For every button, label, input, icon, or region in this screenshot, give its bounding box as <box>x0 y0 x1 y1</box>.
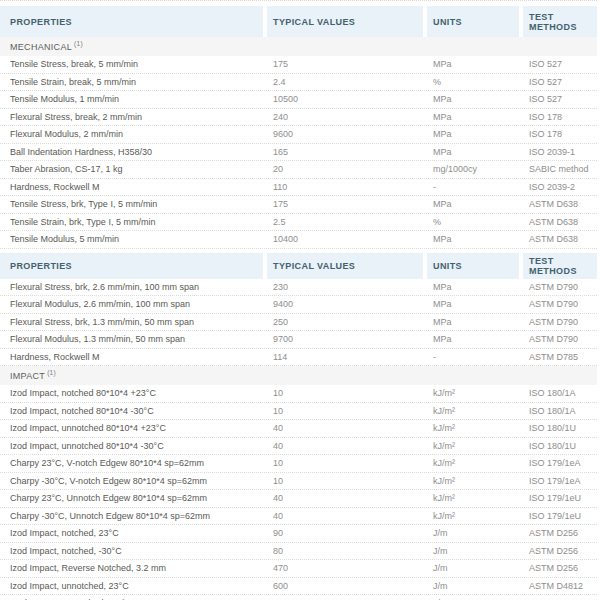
typical-value: 40 <box>267 508 423 525</box>
typical-value: 175 <box>267 56 423 73</box>
typical-value: 230 <box>267 279 423 296</box>
test-method-value: ASTM D256 <box>523 543 597 560</box>
typical-value: 40 <box>267 438 423 455</box>
unit-value: MPa <box>427 231 519 248</box>
property-name: Flexural Modulus, 1.3 mm/min, 50 mm span <box>0 331 263 348</box>
table-row: Izod Impact, Reverse Notched, 3.2 mm470J… <box>0 560 597 578</box>
property-name: Flexural Stress, brk, 2.6 mm/min, 100 mm… <box>0 279 263 296</box>
property-name: Tensile Strain, break, 5 mm/min <box>0 74 263 91</box>
property-name: Izod Impact, unnotched 80*10*4 +23°C <box>0 420 263 437</box>
property-name: Tensile Stress, break, 5 mm/min <box>0 56 263 73</box>
table-row: Izod Impact, unnotched, -30°C600J/mASTM … <box>0 595 597 600</box>
property-name: Charpy -30°C, V-notch Edgew 80*10*4 sp=6… <box>0 473 263 490</box>
property-name: Tensile Stress, brk, Type I, 5 mm/min <box>0 196 263 213</box>
test-method-value: ISO 2039-2 <box>523 179 597 196</box>
test-method-value: ISO 178 <box>523 109 597 126</box>
property-name: Tensile Modulus, 5 mm/min <box>0 231 263 248</box>
table-row: Taber Abrasion, CS-17, 1 kg20mg/1000cySA… <box>0 161 597 179</box>
test-method-value: ASTM D790 <box>523 296 597 313</box>
typical-value: 165 <box>267 144 423 161</box>
typical-value: 10 <box>267 403 423 420</box>
column-header-properties: PROPERTIES <box>0 253 263 279</box>
column-header-properties: PROPERTIES <box>0 6 263 37</box>
property-name: Izod Impact, notched 80*10*4 -30°C <box>0 403 263 420</box>
column-header-units: UNITS <box>427 6 519 37</box>
table-row: Tensile Strain, break, 5 mm/min2.4%ISO 5… <box>0 74 597 92</box>
test-method-value: ISO 180/1U <box>523 438 597 455</box>
test-method-value: ISO 527 <box>523 56 597 73</box>
property-name: Charpy 23°C, Unnotch Edgew 80*10*4 sp=62… <box>0 490 263 507</box>
typical-value: 114 <box>267 349 423 366</box>
typical-value: 9400 <box>267 296 423 313</box>
property-name: Flexural Modulus, 2 mm/min <box>0 126 263 143</box>
unit-value: kJ/m² <box>427 438 519 455</box>
section-label: MECHANICAL <box>10 42 72 52</box>
property-name: Flexural Modulus, 2.6 mm/min, 100 mm spa… <box>0 296 263 313</box>
table-row: Tensile Modulus, 1 mm/min10500MPaISO 527 <box>0 91 597 109</box>
property-name: Hardness, Rockwell M <box>0 349 263 366</box>
property-name: Hardness, Rockwell M <box>0 179 263 196</box>
unit-value: kJ/m² <box>427 490 519 507</box>
column-header-typical-values: TYPICAL VALUES <box>267 253 423 279</box>
test-method-value: ISO 2039-1 <box>523 144 597 161</box>
section-header-impact: IMPACT(1) <box>0 366 597 385</box>
property-name: Taber Abrasion, CS-17, 1 kg <box>0 161 263 178</box>
table-body: PROPERTIESTYPICAL VALUESUNITSTEST METHOD… <box>0 6 597 600</box>
table-row: Izod Impact, notched 80*10*4 -30°C10kJ/m… <box>0 403 597 421</box>
test-method-value: ASTM D256 <box>523 525 597 542</box>
table-row: Ball Indentation Hardness, H358/30165MPa… <box>0 144 597 162</box>
typical-value: 470 <box>267 560 423 577</box>
column-header-test-methods: TEST METHODS <box>523 6 597 37</box>
unit-value: - <box>427 179 519 196</box>
test-method-value: ASTM D638 <box>523 196 597 213</box>
unit-value: MPa <box>427 296 519 313</box>
table-row: Hardness, Rockwell M114-ASTM D785 <box>0 349 597 367</box>
unit-value: MPa <box>427 56 519 73</box>
test-method-value: ISO 527 <box>523 74 597 91</box>
unit-value: J/m <box>427 595 519 600</box>
test-method-value: ISO 180/1A <box>523 403 597 420</box>
unit-value: kJ/m² <box>427 420 519 437</box>
section-header-mechanical: MECHANICAL(1) <box>0 37 597 56</box>
typical-value: 240 <box>267 109 423 126</box>
property-name: Izod Impact, notched 80*10*4 +23°C <box>0 385 263 402</box>
column-header-row: PROPERTIESTYPICAL VALUESUNITSTEST METHOD… <box>0 6 597 37</box>
test-method-value: ISO 179/1eA <box>523 455 597 472</box>
typical-value: 40 <box>267 420 423 437</box>
property-name: Charpy 23°C, V-notch Edgew 80*10*4 sp=62… <box>0 455 263 472</box>
table-row: Tensile Stress, break, 5 mm/min175MPaISO… <box>0 56 597 74</box>
column-header-row: PROPERTIESTYPICAL VALUESUNITSTEST METHOD… <box>0 253 597 279</box>
table-row: Tensile Stress, brk, Type I, 5 mm/min175… <box>0 196 597 214</box>
test-method-value: ISO 180/1A <box>523 385 597 402</box>
test-method-value: ISO 179/1eU <box>523 508 597 525</box>
unit-value: mg/1000cy <box>427 161 519 178</box>
unit-value: MPa <box>427 109 519 126</box>
property-name: Flexural Stress, break, 2 mm/min <box>0 109 263 126</box>
unit-value: kJ/m² <box>427 508 519 525</box>
table-row: Izod Impact, unnotched 80*10*4 +23°C40kJ… <box>0 420 597 438</box>
typical-value: 250 <box>267 314 423 331</box>
unit-value: % <box>427 74 519 91</box>
typical-value: 600 <box>267 578 423 595</box>
property-name: Tensile Modulus, 1 mm/min <box>0 91 263 108</box>
section-footnote-marker: (1) <box>74 40 83 47</box>
property-name: Izod Impact, unnotched 80*10*4 -30°C <box>0 438 263 455</box>
unit-value: kJ/m² <box>427 473 519 490</box>
unit-value: MPa <box>427 91 519 108</box>
test-method-value: ASTM D790 <box>523 331 597 348</box>
property-name: Izod Impact, Reverse Notched, 3.2 mm <box>0 560 263 577</box>
test-method-value: SABIC method <box>523 161 597 178</box>
table-row: Izod Impact, notched 80*10*4 +23°C10kJ/m… <box>0 385 597 403</box>
table-row: Izod Impact, notched, 23°C90J/mASTM D256 <box>0 525 597 543</box>
test-method-value: ASTM D638 <box>523 231 597 248</box>
table-row: Charpy 23°C, V-notch Edgew 80*10*4 sp=62… <box>0 455 597 473</box>
property-name: Ball Indentation Hardness, H358/30 <box>0 144 263 161</box>
table-row: Flexural Modulus, 2.6 mm/min, 100 mm spa… <box>0 296 597 314</box>
test-method-value: ASTM D4812 <box>523 578 597 595</box>
property-name: Izod Impact, unnotched, -30°C <box>0 595 263 600</box>
typical-value: 10500 <box>267 91 423 108</box>
typical-value: 175 <box>267 196 423 213</box>
column-header-test-methods: TEST METHODS <box>523 253 597 279</box>
typical-value: 2.4 <box>267 74 423 91</box>
table-row: Flexural Stress, brk, 2.6 mm/min, 100 mm… <box>0 279 597 297</box>
